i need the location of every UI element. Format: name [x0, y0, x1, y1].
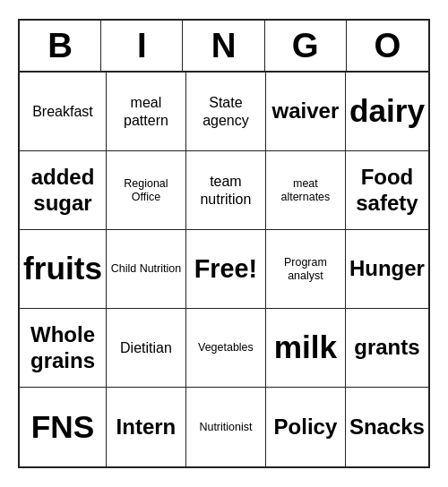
cell-text: Hunger	[349, 256, 425, 282]
cell-text: FNS	[31, 408, 94, 446]
bingo-cell: Nutritionist	[186, 388, 266, 466]
cell-text: milk	[274, 329, 337, 366]
cell-text: Snacks	[349, 414, 425, 440]
cell-text: Regional Office	[110, 177, 182, 204]
bingo-header: BINGO	[20, 21, 428, 73]
cell-text: team nutrition	[190, 173, 262, 207]
bingo-card: BINGO Breakfastmeal patternState agencyw…	[18, 19, 430, 468]
cell-text: grants	[354, 335, 419, 361]
bingo-cell: fruits	[20, 230, 107, 309]
cell-text: Policy	[274, 414, 338, 440]
bingo-cell: grants	[346, 309, 428, 388]
bingo-cell: Program analyst	[266, 230, 346, 309]
cell-text: State agency	[190, 94, 262, 128]
header-letter: G	[265, 21, 347, 71]
header-letter: I	[101, 21, 183, 71]
cell-text: Food safety	[349, 165, 425, 217]
bingo-cell: Food safety	[346, 151, 428, 230]
cell-text: Breakfast	[32, 103, 93, 120]
bingo-cell: team nutrition	[186, 151, 266, 230]
cell-text: Program analyst	[270, 256, 341, 283]
bingo-cell: Child Nutrition	[107, 230, 186, 309]
bingo-cell: Snacks	[346, 388, 428, 466]
bingo-cell: Breakfast	[20, 73, 107, 151]
cell-text: added sugar	[23, 165, 102, 217]
bingo-cell: meat alternates	[266, 151, 346, 230]
cell-text: Free!	[194, 253, 257, 285]
bingo-cell: Hunger	[346, 230, 428, 309]
cell-text: waiver	[272, 98, 340, 124]
cell-text: dairy	[349, 92, 425, 130]
cell-text: fruits	[23, 250, 102, 287]
bingo-cell: milk	[266, 309, 346, 388]
bingo-cell: Vegetables	[186, 309, 266, 388]
header-letter: O	[347, 21, 428, 71]
bingo-cell: State agency	[186, 73, 266, 151]
cell-text: Child Nutrition	[111, 262, 181, 276]
cell-text: Vegetables	[198, 341, 254, 355]
cell-text: Nutritionist	[199, 421, 252, 434]
cell-text: meat alternates	[270, 177, 341, 204]
bingo-cell: Intern	[107, 388, 186, 466]
cell-text: Whole grains	[23, 322, 102, 374]
bingo-cell: waiver	[266, 73, 346, 151]
bingo-cell: Whole grains	[20, 309, 107, 388]
bingo-cell: Policy	[266, 388, 346, 466]
bingo-cell: dairy	[346, 73, 428, 151]
bingo-cell: Free!	[186, 230, 266, 309]
bingo-cell: FNS	[20, 388, 107, 466]
header-letter: B	[20, 21, 101, 71]
cell-text: Dietitian	[120, 339, 172, 356]
header-letter: N	[183, 21, 264, 71]
bingo-cell: Dietitian	[107, 309, 186, 388]
bingo-grid: Breakfastmeal patternState agencywaiverd…	[20, 73, 428, 466]
cell-text: Intern	[116, 414, 177, 440]
bingo-cell: meal pattern	[107, 73, 186, 151]
bingo-cell: added sugar	[20, 151, 107, 230]
cell-text: meal pattern	[110, 94, 182, 128]
bingo-cell: Regional Office	[107, 151, 186, 230]
